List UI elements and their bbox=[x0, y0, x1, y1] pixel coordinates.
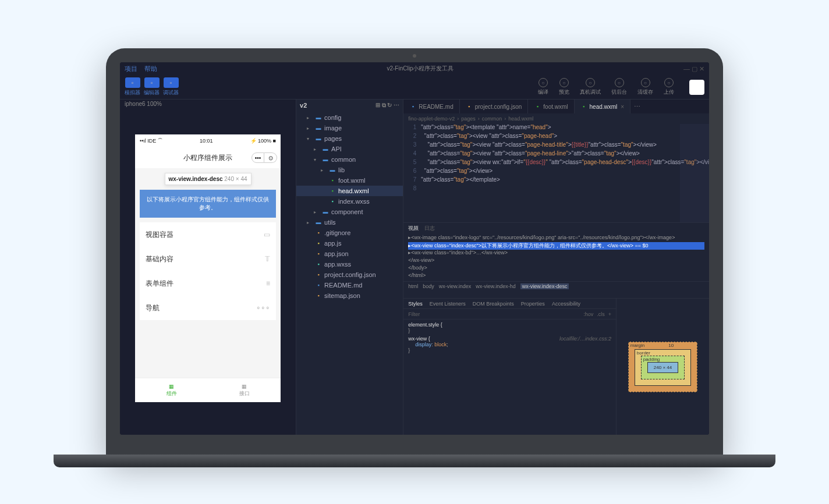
dom-node[interactable]: </html> bbox=[408, 272, 704, 280]
breadcrumb: fino-applet-demo-v2 › pages › common › h… bbox=[403, 113, 709, 124]
phone-mockup: ••ıl IDE ⏜ 10:01 ⚡ 100% ■ 小程序组件展示 •••⊙ w… bbox=[135, 134, 281, 402]
tree-item-project.config.json[interactable]: ▪project.config.json bbox=[296, 269, 403, 280]
devtools-tab-Event Listeners[interactable]: Event Listeners bbox=[430, 301, 466, 307]
editor-tab-head.wxml[interactable]: ▪head.wxml× bbox=[575, 100, 631, 113]
list-item[interactable]: 导航∘∘∘ bbox=[140, 296, 276, 320]
explorer-actions[interactable]: ⊞ ⧉ ↻ ⋯ bbox=[375, 102, 399, 109]
dom-node[interactable]: ▸<wx-image class="index-logo" src="../re… bbox=[408, 235, 704, 242]
line-gutter: 12345678 bbox=[403, 124, 421, 222]
box-model: margin 10 border padding 240 × 44 bbox=[616, 299, 709, 435]
dom-tab-1[interactable]: 日志 bbox=[424, 225, 435, 232]
devtools-tab-Styles[interactable]: Styles bbox=[408, 301, 423, 307]
devtools-tab-Properties[interactable]: Properties bbox=[521, 301, 545, 307]
tree-item-image[interactable]: ▸▬image bbox=[296, 123, 403, 133]
action-清缓存[interactable]: ○清缓存 bbox=[637, 78, 653, 96]
file-explorer: v2 ⊞ ⧉ ↻ ⋯ ▸▬config▸▬image▾▬pages▸▬API▾▬… bbox=[296, 100, 403, 435]
editor-panel: ▪README.md▪project.config.json▪foot.wxml… bbox=[403, 100, 709, 435]
inspector-tooltip: wx-view.index-desc 240 × 44 bbox=[165, 173, 251, 185]
tree-item-README.md[interactable]: ▪README.md bbox=[296, 280, 403, 290]
filter-input[interactable]: Filter bbox=[408, 311, 420, 317]
list-item[interactable]: 基础内容𝕋 bbox=[140, 247, 276, 271]
tool-模拟器[interactable]: ▫模拟器 bbox=[125, 77, 140, 97]
tree-item-head.wxml[interactable]: ▪head.wxml bbox=[296, 186, 403, 196]
window-title: v2-FinClip小程序开发工具 bbox=[164, 65, 676, 73]
phone-tab-接口[interactable]: ▦接口 bbox=[208, 378, 281, 402]
window-controls[interactable]: — ▢ ✕ bbox=[683, 65, 704, 73]
dom-tree[interactable]: ▸<wx-image class="index-logo" src="../re… bbox=[403, 233, 709, 281]
tree-item-API[interactable]: ▸▬API bbox=[296, 144, 403, 154]
phone-body: wx-view.index-desc 240 × 44 以下将展示小程序官方组件… bbox=[135, 168, 281, 378]
box-border-label: border bbox=[637, 350, 650, 356]
avatar[interactable] bbox=[689, 80, 704, 95]
tree-item-common[interactable]: ▾▬common bbox=[296, 154, 403, 165]
menu-help[interactable]: 帮助 bbox=[144, 65, 157, 73]
dom-trail-segment[interactable]: body bbox=[423, 283, 434, 289]
dom-node[interactable]: ▸<wx-view class="index-desc">以下将展示小程序官方组… bbox=[408, 242, 704, 250]
tree-item-component[interactable]: ▸▬component bbox=[296, 207, 403, 217]
tree-item-index.wxss[interactable]: ▪index.wxss bbox=[296, 196, 403, 207]
tree-item-utils[interactable]: ▸▬utils bbox=[296, 217, 403, 228]
devtools-tab-Accessibility[interactable]: Accessibility bbox=[552, 301, 580, 307]
simulator-device-label: iphone6 100% bbox=[120, 100, 296, 111]
page-title: 小程序组件展示 bbox=[183, 153, 232, 163]
editor-tab-README.md[interactable]: ▪README.md bbox=[403, 100, 459, 113]
box-padding-label: padding bbox=[643, 357, 660, 362]
highlighted-element[interactable]: 以下将展示小程序官方组件能力，组件样式仅供参考。 bbox=[140, 190, 276, 218]
breadcrumb-segment[interactable]: fino-applet-demo-v2 bbox=[408, 116, 455, 122]
dom-tab-0[interactable]: 视频 bbox=[408, 225, 419, 232]
css-rules[interactable]: element.style {}</span><span class="sel"… bbox=[403, 320, 616, 358]
editor-tabs: ▪README.md▪project.config.json▪foot.wxml… bbox=[403, 100, 709, 113]
breadcrumb-segment[interactable]: pages bbox=[461, 116, 476, 122]
minimap[interactable] bbox=[680, 124, 709, 222]
menubar: 项目 帮助 v2-FinClip小程序开发工具 — ▢ ✕ bbox=[120, 62, 709, 75]
dom-tabs: 视频 日志 bbox=[403, 223, 709, 233]
tab-overflow[interactable]: ⋯ bbox=[630, 100, 644, 113]
code-editor[interactable]: 12345678 "attr">class="tag"><template "a… bbox=[403, 124, 709, 223]
tree-item-pages[interactable]: ▾▬pages bbox=[296, 133, 403, 144]
menu-project[interactable]: 项目 bbox=[125, 65, 137, 73]
file-tree: ▸▬config▸▬image▾▬pages▸▬API▾▬common▸▬lib… bbox=[296, 111, 403, 302]
tree-item-.gitignore[interactable]: ▪.gitignore bbox=[296, 228, 403, 238]
action-切后台[interactable]: ○切后台 bbox=[611, 78, 627, 96]
dom-trail-segment[interactable]: wx-view.index-desc bbox=[520, 283, 569, 289]
devtools-tab-DOM Breakpoints[interactable]: DOM Breakpoints bbox=[473, 301, 514, 307]
tree-item-sitemap.json[interactable]: ▪sitemap.json bbox=[296, 290, 403, 301]
dom-node[interactable]: </wx-view> bbox=[408, 257, 704, 265]
filter-opt[interactable]: .cls bbox=[597, 311, 605, 317]
dom-node[interactable]: </body> bbox=[408, 265, 704, 272]
tree-item-app.wxss[interactable]: ▪app.wxss bbox=[296, 259, 403, 269]
action-上传[interactable]: ○上传 bbox=[664, 78, 674, 96]
editor-tab-foot.wxml[interactable]: ▪foot.wxml bbox=[528, 100, 574, 113]
action-编译[interactable]: ○编译 bbox=[538, 78, 548, 96]
phone-tabbar: ▦组件▦接口 bbox=[135, 378, 281, 402]
toolbar: ▫模拟器▫编辑器▫调试器 ○编译○预览○真机调试○切后台○清缓存○上传 bbox=[120, 75, 709, 100]
box-content-size: 240 × 44 bbox=[647, 362, 678, 373]
dom-node[interactable]: ▸<wx-view class="index-bd">…</wx-view> bbox=[408, 250, 704, 257]
filter-opt[interactable]: :hov bbox=[583, 311, 593, 317]
dom-trail-segment[interactable]: wx-view.index bbox=[439, 283, 472, 289]
laptop-frame: 项目 帮助 v2-FinClip小程序开发工具 — ▢ ✕ ▫模拟器▫编辑器▫调… bbox=[106, 48, 723, 456]
tree-item-app.js[interactable]: ▪app.js bbox=[296, 238, 403, 249]
tree-item-app.json[interactable]: ▪app.json bbox=[296, 249, 403, 259]
tool-编辑器[interactable]: ▫编辑器 bbox=[144, 77, 160, 97]
tooltip-size: 240 × 44 bbox=[224, 176, 247, 182]
tree-item-foot.wxml[interactable]: ▪foot.wxml bbox=[296, 175, 403, 186]
filter-opt[interactable]: + bbox=[608, 311, 611, 317]
workspace: iphone6 100% ••ıl IDE ⏜ 10:01 ⚡ 100% ■ 小… bbox=[120, 100, 709, 435]
editor-tab-project.config.json[interactable]: ▪project.config.json bbox=[460, 100, 529, 113]
action-预览[interactable]: ○预览 bbox=[559, 78, 569, 96]
dom-trail-segment[interactable]: html bbox=[408, 283, 418, 289]
tree-item-lib[interactable]: ▸▬lib bbox=[296, 165, 403, 175]
breadcrumb-segment[interactable]: head.wxml bbox=[508, 116, 533, 122]
box-margin-label: margin bbox=[630, 343, 644, 348]
capsule-buttons[interactable]: •••⊙ bbox=[251, 152, 277, 163]
list-item[interactable]: 表单组件≡ bbox=[140, 271, 276, 296]
tree-item-config[interactable]: ▸▬config bbox=[296, 112, 403, 123]
signal-label: ••ıl IDE ⏜ bbox=[140, 138, 162, 144]
list-item[interactable]: 视图容器▭ bbox=[140, 222, 276, 247]
breadcrumb-segment[interactable]: common bbox=[482, 116, 502, 122]
phone-tab-组件[interactable]: ▦组件 bbox=[135, 378, 208, 402]
dom-trail-segment[interactable]: wx-view.index-hd bbox=[476, 283, 516, 289]
tool-调试器[interactable]: ▫调试器 bbox=[163, 77, 179, 97]
action-真机调试[interactable]: ○真机调试 bbox=[580, 78, 601, 96]
